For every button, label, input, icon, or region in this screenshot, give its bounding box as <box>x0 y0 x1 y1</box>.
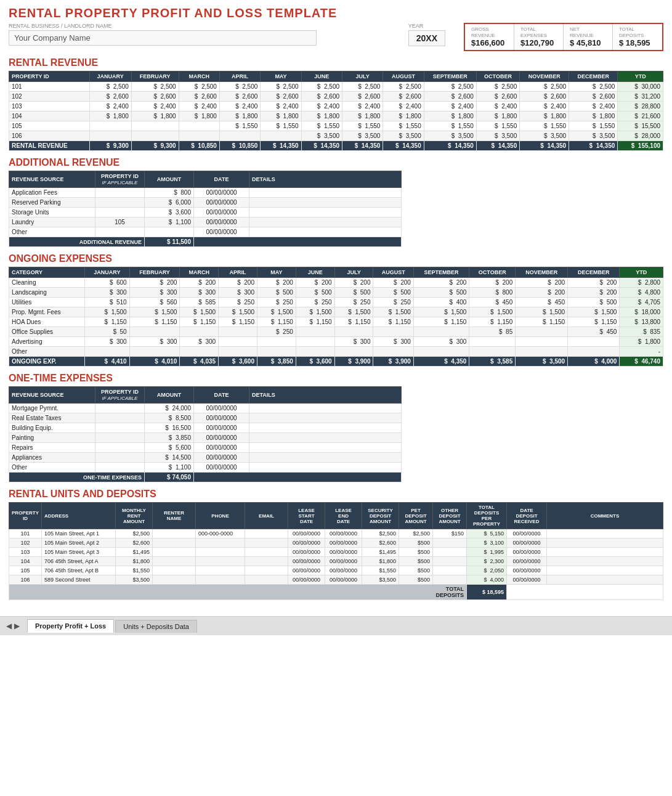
ot-source: Building Equip. <box>9 423 95 433</box>
ar-amount <box>145 227 194 237</box>
oe-total-cell: $ 4,410 <box>85 357 130 367</box>
money-cell <box>296 337 334 347</box>
ar-details <box>249 227 402 237</box>
money-cell <box>413 327 469 337</box>
ru-other: $150 <box>433 529 467 538</box>
money-cell: $ 200 <box>334 278 373 288</box>
rr-header-may: MAY <box>261 71 301 82</box>
ru-pet: $500 <box>399 575 433 585</box>
year-value[interactable]: 20XX <box>408 30 445 46</box>
rental-units-table: PROPERTYID ADDRESS MONTHLYRENTAMOUNT REN… <box>9 502 663 600</box>
ot-prop-id <box>95 463 145 473</box>
net-revenue-value: $ 45,810 <box>570 38 606 47</box>
money-cell: $ 510 <box>85 298 130 307</box>
table-row: Advertising$ 300$ 300$ 300$ 300$ 300$ 30… <box>9 337 663 347</box>
oe-header-nov: NOVEMBER <box>516 267 568 278</box>
money-cell <box>568 347 620 357</box>
oe-total-cell: $ 4,000 <box>568 357 620 367</box>
money-cell <box>180 347 219 357</box>
money-cell: $ 500 <box>568 298 620 307</box>
tab-units-deposits[interactable]: Units + Deposits Data <box>115 620 197 633</box>
ot-details <box>249 423 402 433</box>
rental-revenue-table: PROPERTY ID JANUARY FEBRUARY MARCH APRIL… <box>9 71 663 151</box>
money-cell: $ 500 <box>413 288 469 298</box>
money-cell: $ 2,400 <box>383 102 424 112</box>
ru-renter <box>153 548 196 557</box>
ru-address: 706 45th Street, Apt A <box>42 557 116 566</box>
ot-total-label: ONE-TIME EXPENSES <box>9 473 145 482</box>
oe-header-aug: AUGUST <box>373 267 413 278</box>
total-expenses-label: TOTALEXPENSES <box>520 26 557 38</box>
ar-header-source: REVENUE SOURCE <box>9 171 95 188</box>
rr-total-cell: $ 9,300 <box>89 141 131 151</box>
ru-header-dep-date: DATEDEPOSITRECEIVED <box>507 503 547 529</box>
ar-date: 00/00/0000 <box>194 198 249 208</box>
tab-prev-icon[interactable]: ◀ <box>6 622 12 630</box>
rr-total-cell: $ 10,850 <box>219 141 260 151</box>
ar-source: Reserved Parking <box>9 198 95 208</box>
money-cell: $ 1,550 <box>520 121 569 131</box>
money-cell: $ 2,400 <box>219 102 260 112</box>
ar-details <box>249 188 402 198</box>
money-cell: $ 500 <box>296 288 334 298</box>
money-cell <box>516 347 568 357</box>
money-cell: $ 2,600 <box>520 92 569 102</box>
money-cell: $ 1,500 <box>129 307 180 317</box>
ot-source: Appliances <box>9 453 95 463</box>
one-time-expenses-table: REVENUE SOURCE PROPERTY IDif applicable … <box>9 386 402 482</box>
ru-email <box>245 575 288 585</box>
ar-date: 00/00/0000 <box>194 217 249 227</box>
list-item: Storage Units $ 3,600 00/00/0000 <box>9 208 402 217</box>
list-item: Painting $ 3,850 00/00/0000 <box>9 433 402 443</box>
money-cell <box>85 347 130 357</box>
money-cell: $ 1,150 <box>568 317 620 327</box>
oe-total-cell: $ 3,900 <box>334 357 373 367</box>
ot-date: 00/00/0000 <box>194 453 249 463</box>
total-deposits-item: TOTALDEPOSITS $ 18,595 <box>613 24 662 50</box>
ru-renter <box>153 566 196 575</box>
ru-security: $1,495 <box>362 548 399 557</box>
ar-date: 00/00/0000 <box>194 227 249 237</box>
ru-comments <box>547 538 663 548</box>
table-row: 104$ 1,800$ 1,800$ 1,800$ 1,800$ 1,800$ … <box>9 112 663 121</box>
ar-header-prop: PROPERTY IDif applicable <box>95 171 145 188</box>
money-cell: $ 400 <box>413 298 469 307</box>
ot-date: 00/00/0000 <box>194 443 249 453</box>
rr-header-sep: SEPTEMBER <box>424 71 476 82</box>
money-cell: $ 300 <box>85 337 130 347</box>
ru-phone <box>196 566 245 575</box>
ru-comments <box>547 529 663 538</box>
ot-amount: $ 5,600 <box>145 443 194 453</box>
money-cell: $ 1,550 <box>476 121 519 131</box>
oe-total-cell: $ 3,600 <box>219 357 257 367</box>
tab-nav[interactable]: ◀ ▶ <box>5 622 21 630</box>
ot-amount: $ 8,500 <box>145 413 194 423</box>
company-name[interactable]: Your Company Name <box>9 30 317 46</box>
money-cell: $ 1,150 <box>180 317 219 327</box>
rr-total-cell: $ 14,350 <box>383 141 424 151</box>
money-cell: $ 2,400 <box>131 102 179 112</box>
money-cell: $ 2,400 <box>301 102 342 112</box>
money-cell <box>296 327 334 337</box>
ot-amount: $ 3,850 <box>145 433 194 443</box>
ru-phone: 000-000-0000 <box>196 529 245 538</box>
tab-next-icon[interactable]: ▶ <box>14 622 20 630</box>
ru-rent: $1,495 <box>116 548 153 557</box>
total-expenses-item: TOTALEXPENSES $120,790 <box>514 24 564 50</box>
ot-prop-id <box>95 413 145 423</box>
money-cell: $ 2,400 <box>342 102 383 112</box>
money-cell <box>131 131 179 141</box>
table-row: 101$ 2,500$ 2,500$ 2,500$ 2,500$ 2,500$ … <box>9 82 663 92</box>
money-cell: $ 85 <box>469 327 516 337</box>
ru-header-pet: PETDEPOSITAMOUNT <box>399 503 433 529</box>
tab-profit-loss[interactable]: Property Profit + Loss <box>27 619 114 633</box>
oe-total-cell: $ 3,600 <box>296 357 334 367</box>
money-cell <box>179 131 219 141</box>
ru-renter <box>153 575 196 585</box>
table-row: 105 706 45th Street, Apt B $1,550 00/00/… <box>9 566 663 575</box>
oe-ytd: $ 4,800 <box>620 288 663 298</box>
table-row: 101 105 Main Street, Apt 1 $2,500 000-00… <box>9 529 663 538</box>
money-cell <box>334 347 373 357</box>
rr-total-cell: $ 9,300 <box>131 141 179 151</box>
oe-header-apr: APRIL <box>219 267 257 278</box>
